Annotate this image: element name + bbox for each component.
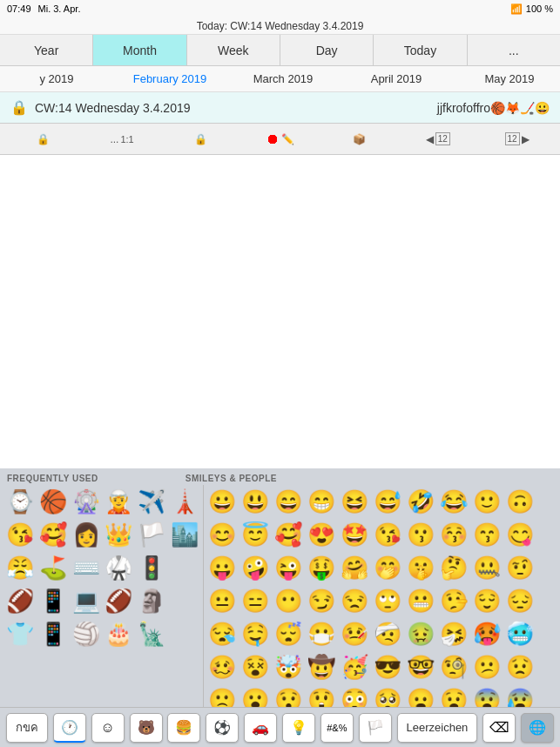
emoji-laugh[interactable]: 😆 [338, 485, 371, 518]
emoji-unamused[interactable]: 😒 [338, 584, 371, 617]
emoji-woman[interactable]: 👩 [70, 518, 103, 551]
month-nav-may[interactable]: May 2019 [453, 72, 560, 85]
emoji-hot[interactable]: 🥵 [470, 617, 503, 650]
emoji-monocle[interactable]: 🧐 [437, 650, 470, 683]
tab-today[interactable]: Today [374, 35, 467, 65]
emoji-zany[interactable]: 🤪 [239, 551, 272, 584]
emoji-nomouth[interactable]: 😶 [272, 584, 305, 617]
emoji-airplane[interactable]: ✈️ [135, 485, 168, 518]
tab-month[interactable]: Month [93, 35, 186, 65]
emoji-cityscape[interactable]: 🏙️ [168, 518, 201, 551]
month-nav-mar[interactable]: March 2019 [226, 72, 340, 85]
emoji-nerd[interactable]: 🤓 [404, 650, 437, 683]
emoji-thinking[interactable]: 🤔 [437, 551, 470, 584]
emoji-phone[interactable]: 📱 [37, 584, 70, 617]
emoji-nauseous[interactable]: 🤢 [404, 617, 437, 650]
emoji-golf[interactable]: ⛳ [37, 551, 70, 584]
emoji-eyeroll[interactable]: 🙄 [371, 584, 404, 617]
delete-btn[interactable]: ⌫ [482, 713, 516, 743]
animal-icon-btn[interactable]: 🐻 [130, 713, 163, 743]
emoji-liberty[interactable]: 🗽 [135, 617, 168, 650]
emoji-cold[interactable]: 🥶 [503, 617, 536, 650]
emoji-expressionless[interactable]: 😑 [239, 584, 272, 617]
emoji-traffic[interactable]: 🚦 [135, 551, 168, 584]
emoji-neutral[interactable]: 😐 [206, 584, 239, 617]
symbols-icon-btn[interactable]: #&% [320, 713, 354, 743]
emoji-mask[interactable]: 😷 [305, 617, 338, 650]
emoji-sleeping[interactable]: 😴 [272, 617, 305, 650]
flags-icon-btn[interactable]: 🏳️ [359, 713, 392, 743]
emoji-beaming[interactable]: 😁 [305, 485, 338, 518]
emoji-halo[interactable]: 😇 [239, 518, 272, 551]
emoji-ferriswheel[interactable]: 🎡 [70, 485, 103, 518]
emoji-rofl[interactable]: 🤣 [404, 485, 437, 518]
emoji-elf[interactable]: 🧝 [102, 485, 135, 518]
emoji-moneymouth[interactable]: 🤑 [305, 551, 338, 584]
emoji-worried[interactable]: 😟 [503, 650, 536, 683]
emoji-cowboy[interactable]: 🤠 [305, 650, 338, 683]
tab-day[interactable]: Day [280, 35, 374, 65]
toolbar-lock2[interactable]: 🔒 [175, 133, 227, 145]
emoji-steam[interactable]: 😤 [3, 551, 37, 584]
emoji-kissingsmile[interactable]: 😙 [470, 518, 503, 551]
clock-icon-btn[interactable]: 🕐 [53, 713, 86, 743]
toolbar-dots[interactable]: ... 1:1 [96, 133, 148, 145]
emoji-tower[interactable]: 🗼 [168, 485, 201, 518]
month-nav-apr[interactable]: April 2019 [340, 72, 453, 85]
emoji-keyboard[interactable]: ⌨️ [70, 551, 103, 584]
month-nav-feb[interactable]: February 2019 [113, 72, 226, 85]
emoji-shush[interactable]: 🤭 [371, 551, 404, 584]
emoji-exploding[interactable]: 🤯 [272, 650, 305, 683]
emoji-sunglasses[interactable]: 😎 [371, 650, 404, 683]
emoji-zipper[interactable]: 🤐 [470, 551, 503, 584]
emoji-sweat[interactable]: 😅 [371, 485, 404, 518]
emoji-sneezing[interactable]: 🤧 [437, 617, 470, 650]
emoji-blush[interactable]: 😊 [206, 518, 239, 551]
emoji-tshirt[interactable]: 👕 [3, 617, 37, 650]
emoji-upsidedown[interactable]: 🙃 [503, 485, 536, 518]
emoji-kissingclosed[interactable]: 😚 [437, 518, 470, 551]
emoji-slightly[interactable]: 🙂 [470, 485, 503, 518]
emoji-laptop[interactable]: 💻 [70, 584, 103, 617]
toolbar-record[interactable]: ⏺ ✏️ [253, 131, 306, 147]
emoji-drool[interactable]: 🤤 [239, 617, 272, 650]
emoji-grinning[interactable]: 😀 [206, 485, 239, 518]
emoji-watch[interactable]: ⌚ [3, 485, 37, 518]
emoji-icon-btn[interactable]: ☺️ [91, 713, 125, 743]
emoji-smilingface[interactable]: 🥰 [37, 518, 70, 551]
month-nav-jan[interactable]: y 2019 [0, 72, 113, 85]
emoji-partying[interactable]: 🥳 [338, 650, 371, 683]
objects-icon-btn[interactable]: 💡 [282, 713, 315, 743]
emoji-grimace[interactable]: 😬 [404, 584, 437, 617]
keyboard-switch-btn[interactable]: 🌐 [521, 713, 554, 743]
emoji-raised-eyebrow[interactable]: 🤨 [503, 551, 536, 584]
emoji-tongue[interactable]: 😛 [206, 551, 239, 584]
emoji-smirk[interactable]: 😏 [305, 584, 338, 617]
emoji-kissing[interactable]: 😗 [404, 518, 437, 551]
emoji-rugby[interactable]: 🏈 [102, 584, 135, 617]
emoji-woozy[interactable]: 🥴 [206, 650, 239, 683]
emoji-cake[interactable]: 🎂 [102, 617, 135, 650]
emoji-confused[interactable]: 😕 [470, 650, 503, 683]
emoji-sleepy[interactable]: 😪 [206, 617, 239, 650]
toolbar-box[interactable]: 📦 [333, 133, 385, 145]
emoji-winktongue[interactable]: 😜 [272, 551, 305, 584]
tab-more[interactable]: ... [468, 35, 560, 65]
emoji-lying[interactable]: 🤥 [437, 584, 470, 617]
emoji-crown[interactable]: 👑 [102, 518, 135, 551]
emoji-injury[interactable]: 🤕 [371, 617, 404, 650]
emoji-hearteyes2[interactable]: 🥰 [272, 518, 305, 551]
emoji-flag[interactable]: 🏳️ [135, 518, 168, 551]
food-icon-btn[interactable]: 🍔 [167, 713, 200, 743]
emoji-smile[interactable]: 😄 [272, 485, 305, 518]
emoji-joy[interactable]: 😂 [437, 485, 470, 518]
emoji-yum[interactable]: 😋 [503, 518, 536, 551]
emoji-mobile[interactable]: 📱 [37, 617, 70, 650]
emoji-pensive[interactable]: 😔 [503, 584, 536, 617]
leerzeichen-btn[interactable]: Leerzeichen [397, 713, 478, 743]
emoji-starstruck[interactable]: 🤩 [338, 518, 371, 551]
toolbar-next-cal[interactable]: 12 ▶ [491, 132, 543, 145]
emoji-volleyball[interactable]: 🏐 [70, 617, 103, 650]
emoji-quiet[interactable]: 🤫 [404, 551, 437, 584]
emoji-dizzy[interactable]: 😵 [239, 650, 272, 683]
